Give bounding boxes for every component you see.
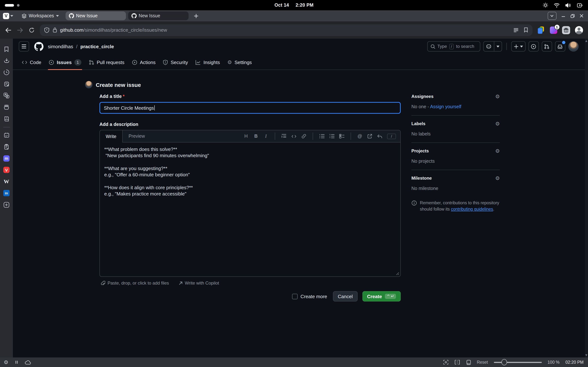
tab-write[interactable]: Write xyxy=(100,130,123,142)
reader-view-icon[interactable] xyxy=(513,28,518,32)
vivaldi-menu-button[interactable]: V xyxy=(3,13,13,19)
code-button[interactable] xyxy=(291,134,297,138)
gear-icon[interactable]: ⚙ xyxy=(495,148,500,153)
gear-icon[interactable]: ⚙ xyxy=(495,175,500,181)
gift-icon[interactable] xyxy=(562,26,570,34)
copilot-icon[interactable] xyxy=(483,42,494,51)
create-new-button[interactable] xyxy=(511,41,525,51)
bold-button[interactable]: B xyxy=(253,134,259,139)
status-settings-button[interactable]: ⚙ xyxy=(4,359,8,365)
search-input[interactable]: Type / to search xyxy=(427,41,480,51)
tab-settings[interactable]: ⚙ Settings xyxy=(223,55,256,70)
minimize-button[interactable] xyxy=(561,13,565,18)
tasks-panel-button[interactable] xyxy=(0,141,13,153)
tab-issues[interactable]: Issues 1 xyxy=(45,55,85,70)
calendar-panel-button[interactable] xyxy=(0,129,13,141)
contributing-guidelines-link[interactable]: contributing guidelines xyxy=(451,207,493,211)
system-clock: Oct 142:20 PM xyxy=(0,3,588,8)
maximize-button[interactable] xyxy=(570,13,575,18)
tile-tabs-button[interactable] xyxy=(454,360,460,365)
create-button[interactable]: Create ^ ↵ xyxy=(362,291,401,301)
scroll-down-icon[interactable]: ▼ xyxy=(585,354,588,357)
mastodon-panel-button[interactable]: m xyxy=(0,153,13,164)
ordered-list-button[interactable] xyxy=(329,134,334,138)
browser-tab-inactive[interactable]: New Issue xyxy=(128,11,188,20)
page-scrollbar[interactable]: ▲▼ xyxy=(585,39,588,358)
breadcrumb-repo[interactable]: practice_circle xyxy=(80,44,114,49)
shield-icon[interactable] xyxy=(44,27,49,33)
create-more-checkbox[interactable] xyxy=(292,293,298,299)
page-actions-button[interactable] xyxy=(466,359,471,365)
downloads-panel-button[interactable] xyxy=(0,55,13,67)
task-list-button[interactable] xyxy=(339,134,344,138)
attach-files-button[interactable]: Paste, drop, or click to add files xyxy=(101,281,169,286)
bookmarks-panel-button[interactable] xyxy=(0,43,13,55)
add-web-panel-button[interactable] xyxy=(0,199,13,210)
gear-icon[interactable]: ⚙ xyxy=(495,94,500,99)
linkedin-panel-button[interactable]: in xyxy=(0,187,13,199)
copilot-menu-caret[interactable] xyxy=(494,42,502,51)
panel-toggle-button[interactable] xyxy=(14,360,19,364)
create-more-label: Create more xyxy=(300,293,327,299)
tab-code[interactable]: Code xyxy=(18,55,45,70)
mention-button[interactable]: @ xyxy=(357,134,362,139)
url-field[interactable]: github.com/simondilhas/practice_circle/i… xyxy=(40,24,532,36)
notes-panel-button[interactable] xyxy=(0,78,13,90)
copilot-button[interactable] xyxy=(483,41,502,51)
cross-reference-button[interactable] xyxy=(367,134,372,139)
tab-pull-requests[interactable]: Pull requests xyxy=(85,55,128,70)
italic-button[interactable]: I xyxy=(263,133,268,139)
vivaldi-panel-button[interactable]: V xyxy=(0,164,13,176)
heading-button[interactable]: H xyxy=(243,134,249,139)
breadcrumb-owner[interactable]: simondilhas xyxy=(48,44,73,49)
create-more-option[interactable]: Create more xyxy=(292,293,327,299)
tab-insights[interactable]: Insights xyxy=(192,55,224,70)
issues-dashboard-button[interactable] xyxy=(528,41,539,51)
slash-commands-button[interactable]: / xyxy=(387,133,396,139)
gear-icon[interactable]: ⚙ xyxy=(495,121,500,126)
workspaces-button[interactable]: Workspaces xyxy=(21,13,59,19)
toolbar-toggle-button[interactable] xyxy=(547,12,556,20)
pull-requests-dashboard-button[interactable] xyxy=(542,41,552,51)
quote-button[interactable] xyxy=(281,134,287,138)
pull-request-icon xyxy=(89,59,94,65)
scroll-up-icon[interactable]: ▲ xyxy=(585,39,588,42)
global-menu-button[interactable] xyxy=(19,41,29,51)
reload-button[interactable] xyxy=(29,27,35,33)
sync-cloud-button[interactable] xyxy=(25,360,31,365)
github-logo[interactable] xyxy=(34,42,43,51)
browser-tab-active[interactable]: New Issue xyxy=(65,11,126,20)
tab-preview[interactable]: Preview xyxy=(123,130,151,142)
back-button[interactable] xyxy=(5,27,11,33)
close-button[interactable] xyxy=(579,14,584,18)
extension-icon[interactable]: 1 xyxy=(550,26,557,34)
issue-title-input[interactable]: Shorter Circle Meetings xyxy=(99,102,401,114)
docs-extension-icon[interactable] xyxy=(537,26,545,34)
browser-profile-avatar[interactable] xyxy=(575,26,583,34)
translate-panel-button[interactable] xyxy=(0,90,13,101)
zoom-reset-button[interactable]: Reset xyxy=(477,360,488,364)
zoom-slider-thumb[interactable] xyxy=(502,359,507,365)
tab-security[interactable]: Security xyxy=(159,55,192,70)
cancel-button[interactable]: Cancel xyxy=(333,291,358,301)
history-panel-button[interactable] xyxy=(0,67,13,78)
forward-button[interactable] xyxy=(17,27,23,33)
sessions-panel-button[interactable] xyxy=(0,101,13,113)
link-button[interactable] xyxy=(301,134,307,139)
tab-actions[interactable]: Actions xyxy=(128,55,159,70)
user-avatar[interactable] xyxy=(568,41,579,51)
capture-page-button[interactable] xyxy=(443,360,448,365)
wikipedia-panel-button[interactable]: W xyxy=(0,176,13,187)
unordered-list-button[interactable] xyxy=(319,134,324,138)
saved-replies-button[interactable] xyxy=(377,134,382,139)
shield-icon xyxy=(163,59,168,65)
zoom-slider[interactable] xyxy=(494,362,542,363)
issue-description-textarea[interactable]: **What problem does this solve?** "New p… xyxy=(100,142,400,275)
new-tab-button[interactable] xyxy=(194,13,198,18)
bookmark-page-icon[interactable] xyxy=(524,27,528,33)
write-with-copilot-button[interactable]: Write with Copilot xyxy=(179,281,219,286)
url-text[interactable]: github.com/simondilhas/practice_circle/i… xyxy=(60,27,513,33)
reading-list-panel-button[interactable] xyxy=(0,113,13,125)
resize-grippy[interactable] xyxy=(396,272,399,275)
assign-yourself-link[interactable]: Assign yourself xyxy=(430,104,461,109)
